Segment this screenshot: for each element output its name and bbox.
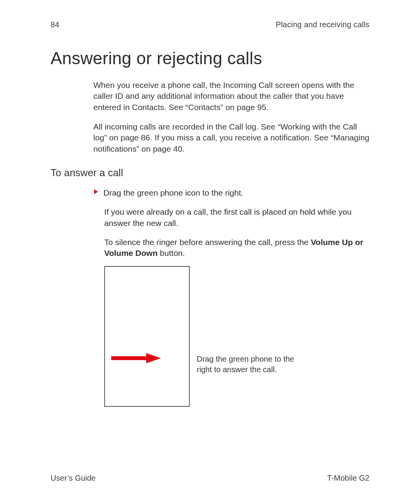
svg-marker-2	[146, 353, 161, 363]
figure-row: Drag the green phone to the right to ans…	[104, 266, 369, 407]
step-item: Drag the green phone icon to the right.	[93, 187, 369, 198]
svg-marker-0	[94, 189, 98, 194]
step-text: Drag the green phone icon to the right.	[103, 187, 243, 198]
page-footer: User’s Guide T-Mobile G2	[51, 474, 369, 483]
followup-2-post: button.	[158, 248, 185, 257]
right-arrow-icon	[110, 353, 161, 365]
page-number: 84	[51, 20, 60, 29]
footer-right: T-Mobile G2	[327, 474, 369, 483]
intro-paragraph-1: When you receive a phone call, the Incom…	[93, 80, 369, 113]
followup-paragraph-1: If you were already on a call, the first…	[104, 206, 369, 229]
page-header: 84 Placing and receiving calls	[51, 20, 369, 29]
footer-left: User’s Guide	[51, 474, 96, 483]
section-name: Placing and receiving calls	[276, 20, 369, 29]
step-list: Drag the green phone icon to the right.	[93, 187, 369, 198]
subheading-answer-call: To answer a call	[51, 167, 369, 179]
followup-paragraph-2: To silence the ringer before answering t…	[104, 237, 369, 259]
page-title: Answering or rejecting calls	[51, 49, 369, 68]
triangle-bullet-icon	[93, 189, 99, 196]
intro-block: When you receive a phone call, the Incom…	[93, 80, 369, 154]
figure-caption: Drag the green phone to the right to ans…	[197, 354, 302, 375]
followup-2-pre: To silence the ringer before answering t…	[104, 238, 311, 247]
intro-paragraph-2: All incoming calls are recorded in the C…	[93, 121, 369, 154]
document-page: 84 Placing and receiving calls Answering…	[0, 0, 420, 504]
phone-screenshot-placeholder	[104, 266, 190, 407]
